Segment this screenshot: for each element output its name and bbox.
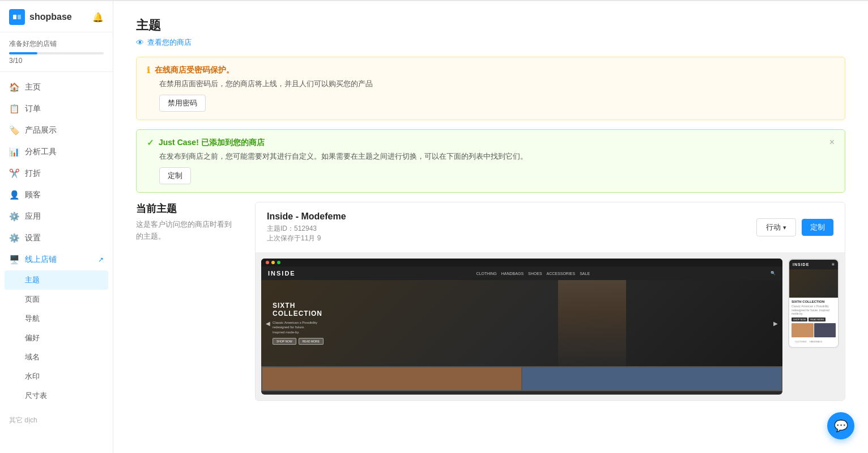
bell-icon[interactable]: 🔔 xyxy=(92,12,104,23)
theme-saved: 上次保存于11月 9 xyxy=(267,234,756,243)
theme-card: Inside - Modefeme 主题ID：512943 上次保存于11月 9… xyxy=(255,202,845,401)
sidebar-item-other[interactable]: 其它 dịch xyxy=(0,410,113,431)
hero-bg xyxy=(261,280,782,366)
disable-password-button[interactable]: 禁用密码 xyxy=(159,95,206,112)
mobile-thumbs xyxy=(792,323,836,337)
check-icon: ✓ xyxy=(147,138,154,148)
top-bar xyxy=(0,0,868,1)
nav-label-apps: 应用 xyxy=(25,211,41,222)
mobile-hero: SIXTHCOLLECTION xyxy=(789,269,838,298)
theme-area: 当前主题 这是客户访问您的商店时看到的主题。 Inside - Modefeme… xyxy=(136,202,845,401)
sub-nav-navigation[interactable]: 导航 xyxy=(0,309,113,328)
nav-label-analytics: 分析工具 xyxy=(25,147,57,157)
theme-name: Inside - Modefeme xyxy=(267,211,756,222)
sidebar-item-products[interactable]: 🏷️ 产品展示 xyxy=(0,120,113,141)
sub-nav-themes[interactable]: 主题 xyxy=(5,270,108,290)
sub-nav-domain[interactable]: 域名 xyxy=(0,348,113,367)
progress-count: 3/10 xyxy=(9,57,104,65)
sidebar-item-settings[interactable]: ⚙️ 设置 xyxy=(0,227,113,249)
mobile-hero-bg xyxy=(789,269,838,298)
chat-icon: 💬 xyxy=(834,419,848,433)
other-label: 其它 dịch xyxy=(9,416,37,425)
page-title: 主题 xyxy=(136,17,845,34)
sidebar-item-online-store[interactable]: 🖥️ 线上店铺 ↗ xyxy=(0,249,113,270)
preview-thumbnails xyxy=(261,366,782,391)
sidebar: shopbase 🔔 准备好您的店铺 3/10 🏠 主页 📋 订单 🏷️ 产品展… xyxy=(0,0,113,453)
theme-id: 主题ID：512943 xyxy=(267,224,756,234)
discounts-icon: ✂️ xyxy=(9,168,19,179)
nav-shoes: SHOES xyxy=(528,272,542,276)
mobile-content: SIXTH COLLECTION Classic American x Poss… xyxy=(789,298,838,347)
nav-label-orders: 订单 xyxy=(25,104,41,114)
mobile-desc: Classic American x Possibility redesigne… xyxy=(792,304,836,316)
desktop-content: INSIDE CLOTHING HANDBAGS SHOES ACCESSORI… xyxy=(261,266,782,391)
theme-info: Inside - Modefeme 主题ID：512943 上次保存于11月 9 xyxy=(267,211,756,243)
sidebar-item-customers[interactable]: 👤 顾客 xyxy=(0,184,113,206)
mobile-shop-btn: SHOP NOW xyxy=(792,317,807,321)
apps-icon: ⚙️ xyxy=(9,211,19,222)
thumb-1 xyxy=(262,367,521,390)
theme-preview: INSIDE CLOTHING HANDBAGS SHOES ACCESSORI… xyxy=(256,253,845,400)
mobile-cat-1: CLOTHING xyxy=(794,340,808,344)
svg-rect-1 xyxy=(13,15,16,19)
thumb-2 xyxy=(522,367,781,390)
svg-rect-2 xyxy=(18,15,21,19)
mobile-collection-title: SIXTH COLLECTION xyxy=(792,300,836,303)
sub-nav-size-chart[interactable]: 尺寸表 xyxy=(0,386,113,405)
desktop-mockup: INSIDE CLOTHING HANDBAGS SHOES ACCESSORI… xyxy=(261,259,782,395)
preview-nav: CLOTHING HANDBAGS SHOES ACCESSORIES SALE xyxy=(476,272,590,276)
current-theme-title: 当前主题 xyxy=(136,202,238,215)
mobile-cat-2: HANDBAGS xyxy=(809,340,823,344)
customize-theme-button[interactable]: 定制 xyxy=(802,219,833,236)
sidebar-item-apps[interactable]: ⚙️ 应用 xyxy=(0,206,113,227)
alert-success-body: 在发布到商店之前，您可能需要对其进行自定义。如果需要在主题之间进行切换，可以在下… xyxy=(159,151,835,162)
view-store-label: 查看您的商店 xyxy=(147,37,192,48)
shop-now-btn: SHOP NOW xyxy=(273,338,296,345)
next-arrow: ▶ xyxy=(773,320,778,327)
nav-label-customers: 顾客 xyxy=(25,190,41,200)
mobile-thumb-1 xyxy=(792,323,814,337)
mobile-thumb-2 xyxy=(814,323,836,337)
sidebar-item-home[interactable]: 🏠 主页 xyxy=(0,77,113,98)
sidebar-item-analytics[interactable]: 📊 分析工具 xyxy=(0,141,113,163)
preview-mockup: INSIDE CLOTHING HANDBAGS SHOES ACCESSORI… xyxy=(256,253,845,400)
password-alert: ℹ 在线商店受密码保护。 在禁用店面密码后，您的商店将上线，并且人们可以购买您的… xyxy=(136,57,845,120)
sub-nav-watermark[interactable]: 水印 xyxy=(0,367,113,386)
preview-header-bar: INSIDE CLOTHING HANDBAGS SHOES ACCESSORI… xyxy=(261,266,782,280)
chat-button[interactable]: 💬 xyxy=(827,412,854,439)
search-nav-icon: 🔍 xyxy=(771,271,776,276)
alert-warning-action: 禁用密码 xyxy=(159,95,835,112)
alert-close-button[interactable]: × xyxy=(829,138,835,147)
nav-label-discounts: 打折 xyxy=(25,168,41,179)
hero-desc: Classic American x Possibility redesigne… xyxy=(273,320,318,335)
preview-desktop-logo: INSIDE xyxy=(268,270,296,277)
mobile-btns: SHOP NOW READ MORE xyxy=(792,317,836,321)
alert-warning-title: 在线商店受密码保护。 xyxy=(155,65,234,75)
main-content: 主题 👁 查看您的商店 ℹ 在线商店受密码保护。 在禁用店面密码后，您的商店将上… xyxy=(113,0,868,453)
theme-card-header: Inside - Modefeme 主题ID：512943 上次保存于11月 9… xyxy=(256,202,845,253)
logo-text: shopbase xyxy=(29,12,72,22)
nav-label-products: 产品展示 xyxy=(25,125,57,136)
nav-label-home: 主页 xyxy=(25,82,41,92)
progress-bar-bg xyxy=(9,52,104,54)
dot-yellow xyxy=(271,261,275,264)
mobile-menu-icon: ≡ xyxy=(832,262,835,267)
action-dropdown-button[interactable]: 行动 ▾ xyxy=(756,218,796,236)
sidebar-item-discounts[interactable]: ✂️ 打折 xyxy=(0,163,113,184)
mobile-cat-row: CLOTHING HANDBAGS xyxy=(792,338,836,345)
page-header: 主题 👁 查看您的商店 xyxy=(136,17,845,48)
alert-success-header: ✓ Just Case! 已添加到您的商店 xyxy=(147,138,829,148)
nav-menu: 🏠 主页 📋 订单 🏷️ 产品展示 📊 分析工具 ✂️ 打折 👤 顾客 ⚙️ 应… xyxy=(0,72,113,453)
customize-button-alert[interactable]: 定制 xyxy=(159,167,191,184)
sidebar-item-orders[interactable]: 📋 订单 xyxy=(0,98,113,120)
logo-icon xyxy=(9,9,25,25)
sub-nav-pages[interactable]: 页面 xyxy=(0,290,113,309)
sub-nav-preferences[interactable]: 偏好 xyxy=(0,328,113,348)
sidebar-header: shopbase 🔔 xyxy=(0,0,113,32)
theme-description: 当前主题 这是客户访问您的商店时看到的主题。 xyxy=(136,202,238,243)
hero-buttons: SHOP NOW READ MORE xyxy=(273,338,324,345)
preview-hero: SIXTHCOLLECTION Classic American x Possi… xyxy=(261,280,782,366)
mobile-header: INSIDE ≡ xyxy=(789,260,838,269)
view-store-link[interactable]: 👁 查看您的商店 xyxy=(136,37,845,48)
theme-actions: 行动 ▾ 定制 xyxy=(756,218,833,236)
